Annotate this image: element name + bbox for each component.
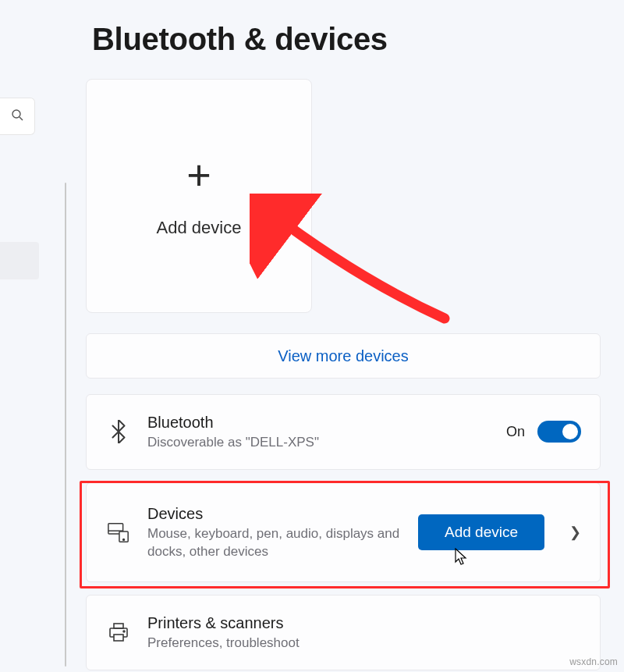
- devices-body: Devices Mouse, keyboard, pen, audio, dis…: [147, 503, 402, 561]
- devices-title: Devices: [147, 503, 402, 524]
- plus-icon: +: [186, 154, 211, 196]
- svg-rect-6: [114, 624, 123, 628]
- devices-card[interactable]: Devices Mouse, keyboard, pen, audio, dis…: [86, 482, 601, 582]
- printer-icon: [105, 621, 132, 643]
- page-title: Bluetooth & devices: [92, 22, 601, 57]
- watermark: wsxdn.com: [569, 656, 618, 667]
- svg-point-5: [123, 539, 125, 540]
- bluetooth-card: Bluetooth Discoverable as "DELL-XPS" On: [86, 394, 601, 470]
- add-device-tile-label: Add device: [157, 218, 242, 238]
- bluetooth-icon: [105, 420, 132, 443]
- bluetooth-title: Bluetooth: [147, 412, 491, 432]
- printers-subtitle: Preferences, troubleshoot: [147, 635, 581, 652]
- chevron-right-icon: ❯: [569, 524, 581, 541]
- svg-line-1: [20, 117, 23, 120]
- sidebar-item-stub[interactable]: [0, 242, 39, 279]
- printers-body: Printers & scanners Preferences, trouble…: [147, 613, 581, 652]
- view-more-label: View more devices: [278, 347, 408, 365]
- view-more-devices-link[interactable]: View more devices: [86, 333, 601, 379]
- svg-point-9: [123, 631, 125, 632]
- svg-rect-8: [114, 635, 123, 641]
- bluetooth-toggle-group: On: [506, 421, 581, 443]
- bluetooth-subtitle: Discoverable as "DELL-XPS": [147, 434, 491, 452]
- devices-icon: [105, 521, 132, 544]
- printers-title: Printers & scanners: [147, 613, 581, 633]
- bluetooth-toggle-label: On: [506, 424, 525, 440]
- bluetooth-body: Bluetooth Discoverable as "DELL-XPS": [147, 412, 491, 452]
- search-icon: [11, 108, 23, 124]
- svg-point-0: [12, 110, 20, 118]
- printers-card[interactable]: Printers & scanners Preferences, trouble…: [86, 595, 601, 670]
- add-device-button[interactable]: Add device: [418, 514, 544, 550]
- bluetooth-toggle[interactable]: [537, 421, 581, 443]
- search-input-stub[interactable]: [0, 98, 35, 135]
- settings-page: Bluetooth & devices + Add device View mo…: [86, 16, 601, 670]
- sidebar-divider: [65, 183, 66, 667]
- devices-subtitle: Mouse, keyboard, pen, audio, displays an…: [147, 525, 402, 561]
- add-device-tile[interactable]: + Add device: [86, 79, 312, 313]
